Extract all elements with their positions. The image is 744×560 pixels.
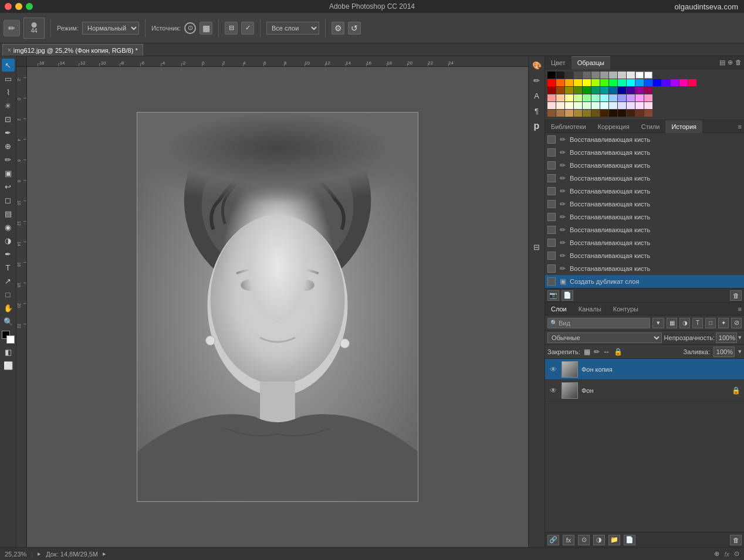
add-style-btn[interactable]: fx [563,535,574,545]
zoom-tool[interactable]: 🔍 [2,315,15,328]
history-checkbox[interactable] [547,187,556,195]
swatch[interactable] [609,87,617,94]
swatch[interactable] [644,72,652,79]
history-item[interactable]: ✏ Восстанавливающая кисть [545,159,744,172]
history-item[interactable]: ✏ Восстанавливающая кисть [545,133,744,146]
adjustments-icon[interactable]: A [530,89,543,102]
swatch[interactable] [618,102,626,109]
eraser-tool[interactable]: ◻ [2,194,15,206]
swatches-tab[interactable]: Образцы [571,56,610,69]
swatch[interactable] [591,87,600,94]
quick-mask-mode[interactable]: ◧ [2,345,15,358]
minimize-button[interactable] [15,3,22,10]
mode-select[interactable]: Нормальный [82,22,139,35]
swatch[interactable] [618,87,626,94]
fill-stepper[interactable]: ▾ [738,348,742,355]
brush-tool[interactable]: ✏ [2,153,15,166]
swatch[interactable] [635,79,644,86]
foreground-background-colors[interactable] [2,331,15,344]
swatch[interactable] [618,94,626,101]
layers-menu-icon[interactable]: ≡ [738,306,742,313]
history-item[interactable]: ✏ Восстанавливающая кисть [545,236,744,249]
swatch[interactable] [591,72,600,79]
swatch[interactable] [627,79,635,86]
history-item[interactable]: ✏ Восстанавливающая кисть [545,223,744,236]
swatch[interactable] [627,72,635,79]
history-item[interactable]: ✏ Восстанавливающая кисть [545,146,744,159]
swatch[interactable] [591,94,600,101]
swatch[interactable] [547,72,556,79]
aligned-icon[interactable]: ⊟ [225,22,238,35]
swatch[interactable] [671,79,679,86]
swatch[interactable] [600,79,608,86]
clone-stamp-tool[interactable]: ▣ [2,167,15,179]
trash-btn[interactable]: 🗑 [730,290,742,301]
panel-icon2[interactable]: ⊕ [728,59,733,66]
history-checkbox[interactable] [547,161,556,169]
swatch[interactable] [609,110,617,117]
filter-type-icon[interactable]: T [692,318,703,328]
history-item-active[interactable]: ▣ Создать дубликат слоя [545,275,744,288]
settings-icon[interactable]: ⚙ [332,22,344,35]
swatch[interactable] [600,87,608,94]
add-mask-btn[interactable]: ⊙ [578,535,590,545]
tab-close[interactable]: × [8,47,11,53]
history-checkbox[interactable] [547,213,556,221]
text-tool[interactable]: T [2,261,15,274]
lock-position-icon[interactable]: ✏ [594,348,600,356]
history-checkbox[interactable] [547,226,556,234]
swatch[interactable] [618,79,626,86]
sample-icon[interactable]: ✓ [241,22,254,35]
dodge-tool[interactable]: ◑ [2,234,15,247]
screen-mode[interactable]: ⬜ [2,359,15,372]
panel-icon1[interactable]: ▤ [719,59,725,66]
swatch[interactable] [635,72,644,79]
document-info-icon[interactable]: ▸ [38,550,41,558]
filter-toggle[interactable]: ⊘ [731,318,742,328]
swatch[interactable] [574,72,582,79]
swatch[interactable] [591,79,600,86]
swatch[interactable] [591,110,600,117]
swatch[interactable] [547,110,556,117]
filter-smart-icon[interactable]: ✦ [718,318,729,328]
swatch[interactable] [627,94,635,101]
swatch[interactable] [565,87,573,94]
brush-settings-icon[interactable]: ✏ [530,74,543,87]
swatch[interactable] [600,110,608,117]
history-item[interactable]: ✏ Восстанавливающая кисть [545,172,744,185]
swatch[interactable] [583,79,591,86]
history-tab[interactable]: История [665,120,702,133]
swatch[interactable] [547,79,556,86]
source-pattern-icon[interactable]: ▦ [199,22,212,35]
swatch[interactable] [609,72,617,79]
paths-tab[interactable]: Контуры [607,303,644,315]
history-checkbox[interactable] [547,174,556,182]
correction-tab[interactable]: Коррекция [592,120,635,133]
lock-all-icon[interactable]: 🔒 [614,348,623,356]
swatch[interactable] [600,102,608,109]
swatch[interactable] [565,72,573,79]
opacity-input[interactable] [716,332,737,343]
layers-filter-input[interactable]: 🔍 Вид [547,318,650,328]
swatch[interactable] [644,102,652,109]
magic-wand-tool[interactable]: ✳ [2,99,15,112]
swatch[interactable] [653,79,661,86]
blur-tool[interactable]: ◉ [2,220,15,233]
healing-brush-tool-icon[interactable]: ✏ [4,20,20,36]
history-checkbox[interactable] [547,135,556,144]
panel-icon3[interactable]: 🗑 [735,59,742,66]
source-sampled-icon[interactable]: ⊙ [184,22,196,34]
history-checkbox[interactable] [547,277,556,286]
swatch[interactable] [679,79,688,86]
channels-tab[interactable]: Каналы [573,303,607,315]
history-checkbox[interactable] [547,200,556,208]
new-layer-btn[interactable]: 📄 [624,535,635,545]
history-checkbox[interactable] [547,252,556,260]
document-tab[interactable]: × img612.jpg @ 25,2% (Фон копия, RGB/8) … [2,44,143,56]
swatch[interactable] [600,94,608,101]
history-item[interactable]: ✏ Восстанавливающая кисть [545,185,744,198]
swatch[interactable] [556,102,564,109]
layer-visibility-bg-icon[interactable]: 👁 [549,386,558,395]
canvas-content[interactable] [27,67,528,547]
path-selection-tool[interactable]: ↗ [2,274,15,287]
